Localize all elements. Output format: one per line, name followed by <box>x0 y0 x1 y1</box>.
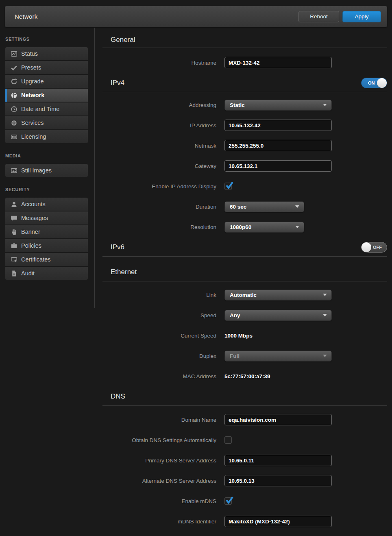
apply-button[interactable]: Apply <box>342 11 381 22</box>
sidebar-item-services[interactable]: Services <box>5 116 88 129</box>
duration-value: 60 sec <box>230 204 246 210</box>
checkmark-icon <box>225 181 234 190</box>
ip-address-input[interactable] <box>224 120 332 131</box>
duplex-dropdown[interactable]: Full <box>224 351 332 362</box>
alternate-dns-input[interactable] <box>224 475 332 486</box>
sidebar-item-policies[interactable]: Policies <box>5 239 88 252</box>
duration-dropdown[interactable]: 60 sec <box>224 201 304 212</box>
section-title-ipv4: IPv4 <box>111 79 124 87</box>
addressing-value: Static <box>230 102 245 108</box>
sidebar-item-audit[interactable]: Audit <box>5 267 88 280</box>
section-ethernet: Ethernet Link Automatic Speed Any <box>102 266 387 382</box>
section-general: General Hostname <box>102 35 387 68</box>
enable-ip-display-label: Enable IP Address Display <box>102 183 216 190</box>
obtain-dns-auto-row: Obtain DNS Settings Automatically <box>102 434 387 446</box>
gateway-input[interactable] <box>224 160 332 172</box>
section-dns: DNS Domain Name Obtain DNS Settings Auto… <box>102 391 387 527</box>
sidebar-item-upgrade[interactable]: Upgrade <box>5 75 88 88</box>
chart-icon <box>10 50 17 57</box>
sidebar-item-label: Policies <box>21 242 41 249</box>
current-speed-row: Current Speed 1000 Mbps <box>102 330 387 341</box>
sidebar-item-date-and-time[interactable]: Date and Time <box>5 102 88 115</box>
speed-label: Speed <box>102 312 216 318</box>
addressing-dropdown[interactable]: Static <box>224 100 332 111</box>
checkmark-icon <box>225 496 234 505</box>
link-label: Link <box>102 292 216 298</box>
section-divider <box>102 405 387 406</box>
sidebar-item-banner[interactable]: Banner <box>5 225 88 238</box>
sidebar-item-label: Upgrade <box>21 78 44 85</box>
topbar-actions: Reboot Apply <box>298 11 381 22</box>
section-title-general: General <box>111 36 135 44</box>
gateway-label: Gateway <box>102 163 216 169</box>
resolution-label: Resolution <box>102 224 216 230</box>
mac-address-label: MAC Address <box>102 373 216 379</box>
sidebar-item-accounts[interactable]: Accounts <box>5 198 88 211</box>
speech-bubble-icon <box>10 214 17 222</box>
document-icon <box>10 270 17 277</box>
enable-ip-display-checkbox[interactable] <box>224 183 232 190</box>
sidebar-item-label: Banner <box>21 229 40 235</box>
section-divider <box>102 281 387 281</box>
duration-label: Duration <box>102 204 216 210</box>
sidebar-item-label: Certificates <box>21 256 51 263</box>
gateway-row: Gateway <box>102 160 387 172</box>
resolution-dropdown[interactable]: 1080p60 <box>224 222 304 233</box>
reboot-button[interactable]: Reboot <box>298 11 339 22</box>
hostname-input[interactable] <box>224 57 332 68</box>
mac-address-value: 5c:77:57:00:a7:39 <box>224 373 270 379</box>
sidebar-item-still-images[interactable]: Still Images <box>5 164 88 177</box>
addressing-row: Addressing Static <box>102 99 387 111</box>
netmask-label: Netmask <box>102 143 216 149</box>
section-title-ethernet: Ethernet <box>111 268 137 276</box>
enable-mdns-checkbox[interactable] <box>224 497 232 505</box>
globe-icon <box>10 92 17 99</box>
chevron-down-icon <box>323 314 327 316</box>
speed-dropdown[interactable]: Any <box>224 310 332 321</box>
sidebar-item-label: Accounts <box>21 201 46 207</box>
sidebar-item-messages[interactable]: Messages <box>5 211 88 224</box>
domain-name-row: Domain Name <box>102 414 387 425</box>
ipv6-toggle[interactable]: OFF <box>361 242 387 253</box>
sidebar-item-licensing[interactable]: Licensing <box>5 130 88 143</box>
toggle-off-label: OFF <box>373 245 382 250</box>
page-title: Network <box>15 13 298 20</box>
sidebar-heading-media: MEDIA <box>5 153 94 158</box>
netmask-input[interactable] <box>224 140 332 151</box>
mdns-identifier-input[interactable] <box>224 516 332 527</box>
briefcase-icon <box>10 242 17 249</box>
chevron-down-icon <box>323 104 327 106</box>
section-divider <box>102 92 387 92</box>
toggle-on-label: ON <box>368 81 375 85</box>
chevron-down-icon <box>295 226 299 228</box>
primary-dns-input[interactable] <box>224 455 332 466</box>
addressing-label: Addressing <box>102 102 216 108</box>
section-divider <box>102 256 387 257</box>
sidebar-item-label: Status <box>21 50 38 57</box>
obtain-dns-auto-checkbox[interactable] <box>224 436 232 444</box>
domain-name-input[interactable] <box>224 414 332 425</box>
ip-address-row: IP Address <box>102 120 387 131</box>
toggle-knob <box>377 78 387 88</box>
certificate-icon <box>10 256 17 263</box>
ipv4-toggle[interactable]: ON <box>361 78 387 88</box>
speed-row: Speed Any <box>102 309 387 321</box>
network-settings-panel: General Hostname IPv4 ON Addressing <box>94 27 392 536</box>
duplex-value: Full <box>230 353 240 359</box>
chevron-down-icon <box>323 294 327 296</box>
hand-icon <box>10 228 17 235</box>
sidebar-item-certificates[interactable]: Certificates <box>5 253 88 266</box>
mac-address-row: MAC Address 5c:77:57:00:a7:39 <box>102 370 387 382</box>
sidebar-item-presets[interactable]: Presets <box>5 61 88 74</box>
sidebar-group-media: Still Images <box>5 164 88 177</box>
sidebar-item-label: Date and Time <box>21 106 59 112</box>
enable-ip-display-row: Enable IP Address Display <box>102 181 387 192</box>
enable-mdns-row: Enable mDNS <box>102 495 387 507</box>
license-card-icon <box>10 133 17 140</box>
speed-value: Any <box>230 312 240 318</box>
link-dropdown[interactable]: Automatic <box>224 290 332 301</box>
check-icon <box>10 64 17 71</box>
section-divider <box>102 48 387 48</box>
sidebar-item-status[interactable]: Status <box>5 47 88 60</box>
sidebar-item-network[interactable]: Network <box>5 89 88 102</box>
